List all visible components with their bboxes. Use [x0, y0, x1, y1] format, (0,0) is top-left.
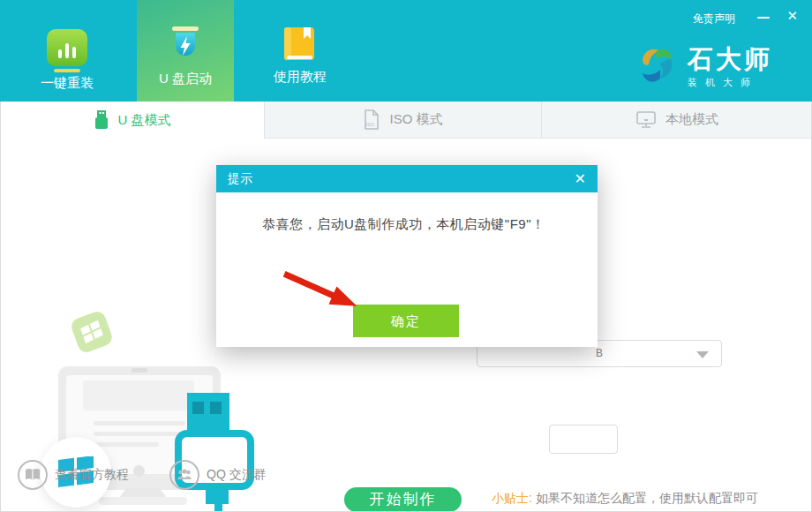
monitor-icon — [635, 110, 657, 129]
brand-logo: 石大师 装机大师 — [637, 45, 772, 89]
ok-button[interactable]: 确定 — [353, 305, 459, 337]
tip-label: 小贴士: — [492, 491, 532, 505]
disclaimer-link[interactable]: 免责声明 — [693, 11, 735, 26]
tab-label: U 盘模式 — [118, 112, 171, 129]
tip-body: 如果不知道怎么配置，使用默认配置即可 — [536, 491, 758, 505]
mode-tabs: U 盘模式 ISO ISO 模式 本地模式 — [0, 102, 812, 139]
people-circle-icon — [169, 460, 199, 490]
dialog-message: 恭喜您，启动U盘制作成功，本机启动键"F9"！ — [262, 216, 545, 233]
header: 一键重装 U 盘启动 使用教程 免责声明 ✕ — [0, 0, 812, 102]
nav-item-one-key-reinstall[interactable]: 一键重装 — [19, 0, 116, 102]
app-window: 一键重装 U 盘启动 使用教程 免责声明 ✕ — [0, 0, 812, 512]
chevron-down-icon — [696, 351, 709, 358]
tab-iso-mode[interactable]: ISO ISO 模式 — [265, 102, 541, 138]
svg-text:ISO: ISO — [366, 122, 375, 127]
book-circle-icon — [18, 460, 48, 490]
usb-icon — [94, 109, 109, 131]
nav-label: 使用教程 — [274, 69, 327, 86]
dialog-titlebar: 提示 ✕ — [216, 165, 598, 192]
tab-label: 本地模式 — [665, 111, 718, 128]
config-input[interactable] — [549, 425, 618, 454]
tab-local-mode[interactable]: 本地模式 — [541, 102, 812, 138]
illustration-usb-cable — [214, 504, 222, 512]
dialog-close-button[interactable]: ✕ — [575, 172, 586, 186]
illustration-monitor-base — [99, 497, 187, 505]
start-make-button[interactable]: 开始制作 — [344, 487, 462, 512]
minimize-button[interactable] — [755, 9, 772, 26]
chart-underline — [54, 69, 80, 72]
link-label: 查看官方教程 — [55, 467, 129, 483]
dialog-title: 提示 — [228, 171, 252, 187]
nav-item-usb-boot[interactable]: U 盘启动 — [137, 0, 234, 102]
brand-tagline: 装机大师 — [688, 76, 772, 89]
illustration-windows-badge — [69, 309, 114, 354]
brand-logo-icon — [637, 45, 676, 87]
qq-group-link[interactable]: QQ 交流群 — [169, 460, 267, 490]
book-icon — [282, 26, 318, 64]
minimize-icon — [757, 17, 770, 19]
nav-label: 一键重装 — [41, 75, 94, 92]
illustration-usb-stem — [206, 490, 229, 504]
brand-name: 石大师 — [688, 45, 772, 73]
nav-label: U 盘启动 — [159, 71, 212, 87]
close-button[interactable]: ✕ — [786, 7, 798, 25]
chart-bars-icon — [47, 29, 87, 66]
tab-label: ISO 模式 — [389, 111, 442, 128]
official-tutorial-link[interactable]: 查看官方教程 — [18, 460, 129, 490]
tip-text: 小贴士:如果不知道怎么配置，使用默认配置即可 — [492, 491, 758, 507]
shield-lightning-icon — [165, 26, 206, 65]
iso-file-icon: ISO — [363, 109, 380, 131]
usb-device-select-value: B — [596, 347, 603, 360]
nav-item-tutorial[interactable]: 使用教程 — [252, 0, 349, 102]
success-dialog: 提示 ✕ 恭喜您，启动U盘制作成功，本机启动键"F9"！ 确定 — [216, 165, 598, 347]
link-label: QQ 交流群 — [207, 467, 267, 483]
tab-usb-mode[interactable]: U 盘模式 — [0, 102, 265, 139]
